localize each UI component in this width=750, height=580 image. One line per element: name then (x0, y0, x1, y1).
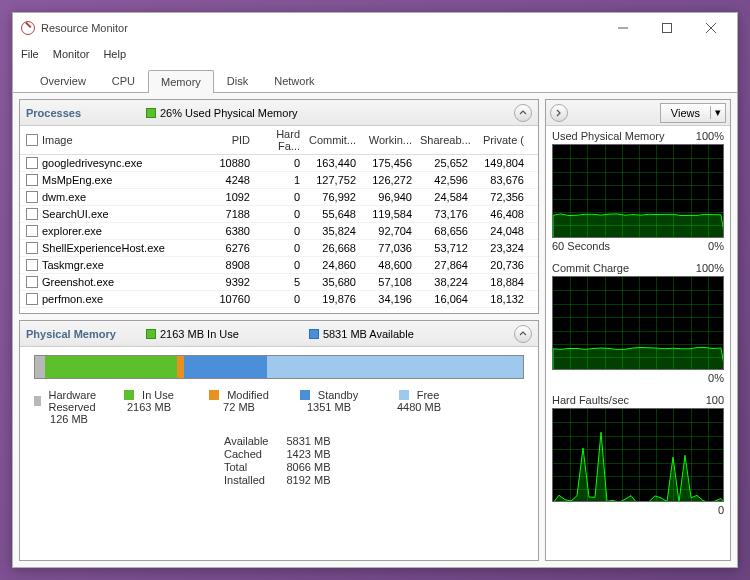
col-private[interactable]: Private ( (476, 134, 532, 146)
cell-private: 18,132 (476, 293, 532, 305)
cell-pid: 6276 (208, 242, 258, 254)
collapse-icon[interactable] (514, 104, 532, 122)
chart-title: Hard Faults/sec (552, 394, 629, 406)
menu-file[interactable]: File (21, 48, 39, 60)
legend-swatch (209, 390, 219, 400)
col-pid[interactable]: PID (208, 134, 258, 146)
cell-image: SearchUI.exe (42, 208, 208, 220)
table-row[interactable]: ShellExperienceHost.exe 6276 0 26,668 77… (20, 240, 538, 257)
table-row[interactable]: Greenshot.exe 9392 5 35,680 57,108 38,22… (20, 274, 538, 291)
cell-commit: 26,668 (308, 242, 364, 254)
collapse-icon[interactable] (514, 325, 532, 343)
cell-shareable: 73,176 (420, 208, 476, 220)
in-use-label: 2163 MB In Use (160, 328, 239, 340)
cell-private: 46,408 (476, 208, 532, 220)
cell-commit: 55,648 (308, 208, 364, 220)
table-row[interactable]: MsMpEng.exe 4248 1 127,752 126,272 42,59… (20, 172, 538, 189)
legend-item: Modified72 MB (194, 389, 284, 425)
memory-segment (35, 356, 45, 378)
cell-working: 119,584 (364, 208, 420, 220)
col-shareable[interactable]: Shareab... (420, 134, 476, 146)
table-row[interactable]: googledrivesync.exe 10880 0 163,440 175,… (20, 155, 538, 172)
col-hardfaults[interactable]: Hard Fa... (258, 128, 308, 152)
cell-working: 34,196 (364, 293, 420, 305)
row-checkbox[interactable] (26, 157, 38, 169)
stat-value: 5831 MB (286, 435, 330, 447)
cell-hardfaults: 5 (258, 276, 308, 288)
legend-swatch (34, 396, 41, 406)
processes-panel: Processes 26% Used Physical Memory Image… (19, 99, 539, 314)
cell-pid: 10760 (208, 293, 258, 305)
cell-commit: 19,876 (308, 293, 364, 305)
table-row[interactable]: explorer.exe 6380 0 35,824 92,704 68,656… (20, 223, 538, 240)
legend-swatch (399, 390, 409, 400)
process-list[interactable]: googledrivesync.exe 10880 0 163,440 175,… (20, 155, 538, 313)
row-checkbox[interactable] (26, 242, 38, 254)
row-checkbox[interactable] (26, 174, 38, 186)
processes-summary: 26% Used Physical Memory (160, 107, 298, 119)
cell-image: ShellExperienceHost.exe (42, 242, 208, 254)
maximize-button[interactable] (645, 14, 689, 42)
col-working[interactable]: Workin... (364, 134, 420, 146)
processes-header[interactable]: Processes 26% Used Physical Memory (20, 100, 538, 126)
legend-swatch (300, 390, 310, 400)
cell-pid: 9392 (208, 276, 258, 288)
legend-swatch (124, 390, 134, 400)
content-area: Processes 26% Used Physical Memory Image… (13, 93, 737, 567)
legend-item: Standby1351 MB (284, 389, 374, 425)
titlebar[interactable]: Resource Monitor (13, 13, 737, 43)
tab-strip: Overview CPU Memory Disk Network (13, 65, 737, 93)
chart-footer-right: 0% (708, 372, 724, 384)
tab-disk[interactable]: Disk (214, 69, 261, 92)
cell-working: 126,272 (364, 174, 420, 186)
cell-pid: 1092 (208, 191, 258, 203)
cell-hardfaults: 1 (258, 174, 308, 186)
row-checkbox[interactable] (26, 191, 38, 203)
cell-shareable: 27,864 (420, 259, 476, 271)
table-row[interactable]: SearchUI.exe 7188 0 55,648 119,584 73,17… (20, 206, 538, 223)
cell-private: 83,676 (476, 174, 532, 186)
cell-shareable: 42,596 (420, 174, 476, 186)
menu-monitor[interactable]: Monitor (53, 48, 90, 60)
physical-memory-header[interactable]: Physical Memory 2163 MB In Use 5831 MB A… (20, 321, 538, 347)
row-checkbox[interactable] (26, 259, 38, 271)
expand-left-icon[interactable] (550, 104, 568, 122)
tab-memory[interactable]: Memory (148, 70, 214, 93)
stat-value: 8192 MB (286, 474, 330, 486)
table-row[interactable]: Taskmgr.exe 8908 0 24,860 48,600 27,864 … (20, 257, 538, 274)
views-label: Views (661, 107, 710, 119)
col-image[interactable]: Image (42, 134, 208, 146)
cell-hardfaults: 0 (258, 208, 308, 220)
close-button[interactable] (689, 14, 733, 42)
tab-network[interactable]: Network (261, 69, 327, 92)
chart-title: Used Physical Memory (552, 130, 664, 142)
cell-shareable: 38,224 (420, 276, 476, 288)
views-button[interactable]: Views ▾ (660, 103, 726, 123)
minimize-button[interactable] (601, 14, 645, 42)
memory-segment (177, 356, 184, 378)
cell-working: 175,456 (364, 157, 420, 169)
cell-commit: 24,860 (308, 259, 364, 271)
dropdown-icon[interactable]: ▾ (710, 106, 725, 119)
cell-working: 96,940 (364, 191, 420, 203)
cell-image: Greenshot.exe (42, 276, 208, 288)
row-checkbox[interactable] (26, 208, 38, 220)
menu-help[interactable]: Help (103, 48, 126, 60)
row-checkbox[interactable] (26, 293, 38, 305)
available-icon (309, 329, 319, 339)
cell-private: 20,736 (476, 259, 532, 271)
cell-pid: 4248 (208, 174, 258, 186)
charts-header: Views ▾ (546, 100, 730, 126)
legend-name: Standby (318, 389, 358, 401)
legend-value: 4480 MB (397, 401, 441, 413)
row-checkbox[interactable] (26, 276, 38, 288)
cell-working: 48,600 (364, 259, 420, 271)
row-checkbox[interactable] (26, 225, 38, 237)
tab-cpu[interactable]: CPU (99, 69, 148, 92)
table-row[interactable]: dwm.exe 1092 0 76,992 96,940 24,584 72,3… (20, 189, 538, 206)
table-row[interactable]: perfmon.exe 10760 0 19,876 34,196 16,064… (20, 291, 538, 308)
select-all-checkbox[interactable] (26, 134, 38, 146)
col-commit[interactable]: Commit... (308, 134, 364, 146)
legend-name: Free (417, 389, 440, 401)
tab-overview[interactable]: Overview (27, 69, 99, 92)
